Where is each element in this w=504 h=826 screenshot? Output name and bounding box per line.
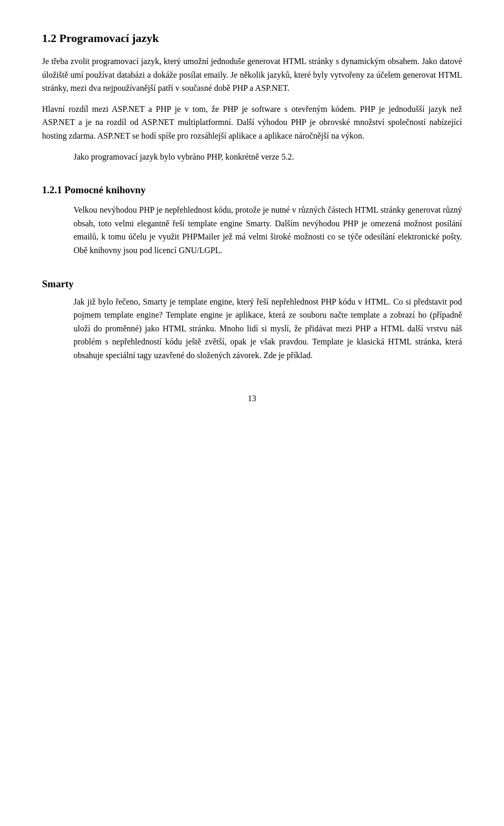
paragraph-1: Je třeba zvolit programovací jazyk, kter… — [42, 55, 462, 95]
paragraph-5: Jak již bylo řečeno, Smarty je template … — [74, 295, 462, 362]
section-heading: 1.2 Programovací jazyk — [42, 32, 462, 45]
page-number: 13 — [42, 394, 462, 403]
paragraph-4: Velkou nevýhodou PHP je nepřehlednost kó… — [74, 203, 462, 257]
smarty-label: Smarty — [42, 278, 462, 290]
subsection-heading: 1.2.1 Pomocné knihovny — [42, 184, 462, 196]
page: 1.2 Programovací jazyk Je třeba zvolit p… — [0, 0, 504, 826]
paragraph-2: Hlavní rozdíl mezi ASP.NET a PHP je v to… — [42, 102, 462, 143]
paragraph-3: Jako programovací jazyk bylo vybráno PHP… — [74, 150, 462, 164]
